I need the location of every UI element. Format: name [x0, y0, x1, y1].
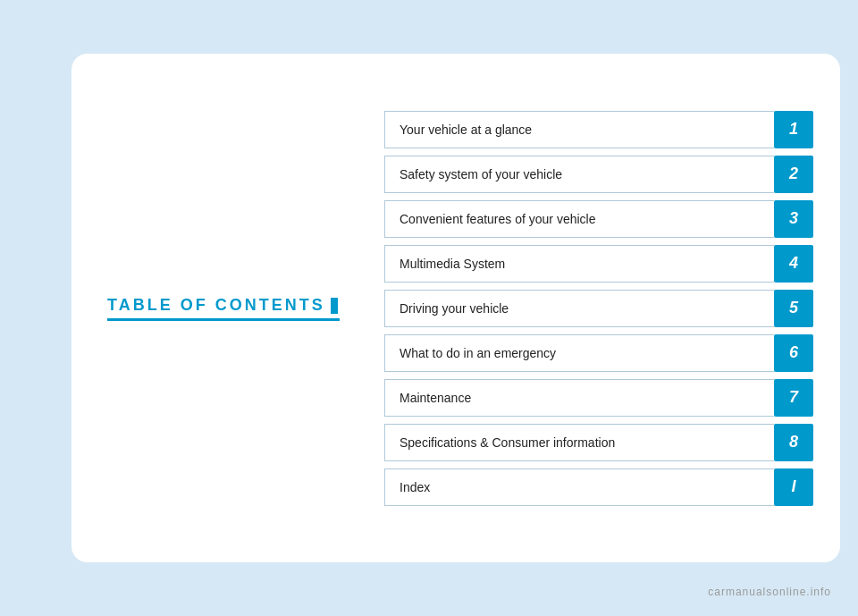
toc-item-number[interactable]: 7	[774, 379, 813, 417]
white-card: TABLE OF CONTENTS Your vehicle at a glan…	[72, 54, 840, 562]
toc-item-number[interactable]: 2	[774, 156, 813, 193]
table-row[interactable]: Driving your vehicle5	[384, 290, 813, 327]
table-row[interactable]: Convenient features of your vehicle3	[384, 200, 813, 238]
table-row[interactable]: IndexI	[384, 468, 813, 506]
toc-item-label: Convenient features of your vehicle	[384, 200, 774, 238]
table-row[interactable]: Your vehicle at a glance1	[384, 111, 813, 148]
table-row[interactable]: Safety system of your vehicle2	[384, 156, 813, 193]
table-row[interactable]: What to do in an emergency6	[384, 334, 813, 372]
toc-item-number[interactable]: 6	[774, 334, 813, 372]
toc-item-number[interactable]: 1	[774, 111, 813, 148]
toc-item-label: Index	[384, 468, 774, 506]
toc-item-label: Your vehicle at a glance	[384, 111, 774, 148]
toc-item-number[interactable]: 3	[774, 200, 813, 238]
toc-list: Your vehicle at a glance1Safety system o…	[375, 84, 840, 533]
watermark-text: carmanualsonline.info	[708, 586, 831, 598]
toc-item-label: Multimedia System	[384, 245, 774, 283]
left-section: TABLE OF CONTENTS	[72, 260, 375, 357]
toc-item-number[interactable]: 4	[774, 245, 813, 283]
toc-item-label: Driving your vehicle	[384, 290, 774, 327]
table-row[interactable]: Multimedia System4	[384, 245, 813, 283]
toc-item-number[interactable]: 5	[774, 290, 813, 327]
toc-item-label: What to do in an emergency	[384, 334, 774, 372]
toc-item-label: Specifications & Consumer information	[384, 424, 774, 461]
toc-item-label: Safety system of your vehicle	[384, 156, 774, 193]
page-container: TABLE OF CONTENTS Your vehicle at a glan…	[0, 0, 858, 616]
table-row[interactable]: Maintenance7	[384, 379, 813, 417]
toc-item-label: Maintenance	[384, 379, 774, 417]
toc-title: TABLE OF CONTENTS	[107, 296, 340, 321]
toc-item-number[interactable]: 8	[774, 424, 813, 461]
toc-item-number[interactable]: I	[774, 468, 813, 506]
table-row[interactable]: Specifications & Consumer information8	[384, 424, 813, 461]
